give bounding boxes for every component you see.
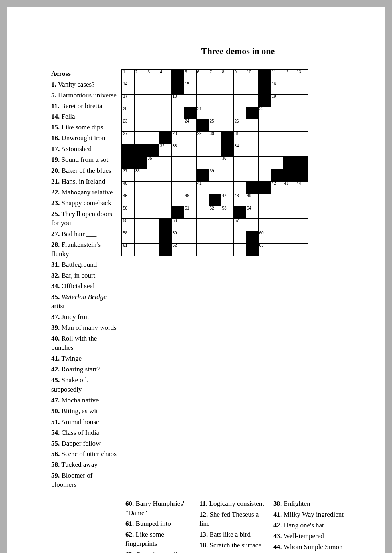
grid-cell[interactable] xyxy=(258,206,271,219)
grid-cell[interactable] xyxy=(159,206,171,219)
grid-cell[interactable] xyxy=(296,95,308,107)
grid-cell[interactable] xyxy=(171,119,184,132)
clue-item[interactable]: 13. Eats like a bird xyxy=(199,530,269,539)
grid-cell[interactable]: 40 xyxy=(122,182,134,194)
clue-item[interactable]: 44. Whom Simple Simon encountered xyxy=(273,543,344,553)
grid-cell[interactable] xyxy=(184,182,196,194)
clue-item[interactable]: 63. Groupie, usually xyxy=(125,550,195,553)
grid-cell[interactable] xyxy=(296,244,308,256)
grid-cell[interactable] xyxy=(296,82,308,95)
grid-cell[interactable]: 20 xyxy=(122,107,134,119)
grid-cell[interactable] xyxy=(196,82,209,95)
grid-cell[interactable] xyxy=(134,219,147,231)
grid-cell[interactable]: 45 xyxy=(122,194,134,206)
grid-cell[interactable] xyxy=(221,231,233,244)
grid-cell[interactable]: 6 xyxy=(196,70,209,82)
grid-cell[interactable] xyxy=(134,107,147,119)
grid-cell[interactable] xyxy=(233,107,246,119)
grid-cell[interactable] xyxy=(296,194,308,206)
grid-cell[interactable]: 36 xyxy=(221,157,233,169)
grid-cell[interactable] xyxy=(258,219,271,231)
grid-cell[interactable] xyxy=(246,169,258,182)
clue-item[interactable]: 51. Animal house xyxy=(51,418,117,427)
grid-cell[interactable] xyxy=(246,157,258,169)
clue-item[interactable]: 55. Dapper fellow xyxy=(51,439,117,448)
grid-cell[interactable] xyxy=(134,119,147,132)
grid-cell[interactable] xyxy=(283,244,296,256)
clue-item[interactable]: 56. Scene of utter chaos xyxy=(51,450,117,459)
grid-cell[interactable]: 8 xyxy=(221,70,233,82)
clue-item[interactable]: 28. Frankenstein's flunky xyxy=(51,240,117,259)
grid-cell[interactable]: 59 xyxy=(171,231,184,244)
grid-cell[interactable] xyxy=(221,107,233,119)
clue-item[interactable]: 31. Battleground xyxy=(51,260,117,270)
grid-cell[interactable] xyxy=(283,219,296,231)
grid-cell[interactable] xyxy=(246,219,258,231)
clue-item[interactable]: 5. Harmonious universe xyxy=(51,91,117,100)
grid-cell[interactable] xyxy=(271,194,283,206)
grid-cell[interactable] xyxy=(221,119,233,132)
grid-cell[interactable] xyxy=(147,132,159,144)
grid-cell[interactable]: 37 xyxy=(122,169,134,182)
crossword-grid[interactable]: 1234567891011121314151617181920212223242… xyxy=(121,69,308,492)
grid-cell[interactable] xyxy=(134,182,147,194)
clue-item[interactable]: 42. Roaring start? xyxy=(51,365,117,374)
clue-item[interactable]: 38. Enlighten xyxy=(273,499,344,509)
clue-item[interactable]: 16. Unwrought iron xyxy=(51,134,117,143)
clue-item[interactable]: 60. Barry Humphries' "Dame" xyxy=(125,499,195,518)
grid-cell[interactable] xyxy=(271,244,283,256)
grid-cell[interactable] xyxy=(296,107,308,119)
grid-cell[interactable] xyxy=(184,144,196,157)
grid-cell[interactable]: 38 xyxy=(134,169,147,182)
grid-cell[interactable] xyxy=(221,82,233,95)
clue-item[interactable]: 23. Snappy comeback xyxy=(51,199,117,208)
grid-cell[interactable] xyxy=(159,182,171,194)
grid-cell[interactable] xyxy=(147,231,159,244)
grid-cell[interactable] xyxy=(184,219,196,231)
grid-cell[interactable]: 31 xyxy=(233,132,246,144)
grid-cell[interactable] xyxy=(184,244,196,256)
clue-item[interactable]: 12. She fed Theseus a line xyxy=(199,510,269,529)
grid-cell[interactable] xyxy=(184,231,196,244)
clue-item[interactable]: 11. Beret or biretta xyxy=(51,102,117,111)
clue-item[interactable]: 1. Vanity cases? xyxy=(51,80,117,89)
grid-cell[interactable] xyxy=(271,144,283,157)
grid-cell[interactable] xyxy=(296,132,308,144)
clue-item[interactable]: 32. Bar, in court xyxy=(51,271,117,281)
grid-cell[interactable] xyxy=(283,144,296,157)
grid-cell[interactable] xyxy=(258,194,271,206)
grid-cell[interactable] xyxy=(258,169,271,182)
grid-cell[interactable] xyxy=(296,206,308,219)
grid-cell[interactable]: 16 xyxy=(271,82,283,95)
clue-item[interactable]: 15. Like some dips xyxy=(51,123,117,132)
clue-item[interactable]: 40. Roll with the punches xyxy=(51,334,117,353)
grid-cell[interactable] xyxy=(134,132,147,144)
grid-cell[interactable] xyxy=(159,95,171,107)
grid-cell[interactable]: 47 xyxy=(221,194,233,206)
grid-cell[interactable]: 63 xyxy=(258,244,271,256)
grid-cell[interactable] xyxy=(209,219,221,231)
grid-cell[interactable]: 9 xyxy=(233,70,246,82)
grid-cell[interactable] xyxy=(296,219,308,231)
grid-cell[interactable] xyxy=(147,107,159,119)
grid-cell[interactable] xyxy=(233,244,246,256)
grid-cell[interactable] xyxy=(159,157,171,169)
clue-item[interactable]: 25. They'll open doors for you xyxy=(51,210,117,228)
grid-cell[interactable] xyxy=(147,119,159,132)
grid-cell[interactable] xyxy=(134,244,147,256)
grid-cell[interactable] xyxy=(296,231,308,244)
clue-item[interactable]: 42. Hang one's hat xyxy=(273,521,344,530)
grid-cell[interactable] xyxy=(147,169,159,182)
grid-cell[interactable]: 15 xyxy=(184,82,196,95)
grid-cell[interactable] xyxy=(246,144,258,157)
grid-cell[interactable] xyxy=(171,169,184,182)
grid-cell[interactable] xyxy=(209,231,221,244)
grid-cell[interactable] xyxy=(209,244,221,256)
grid-cell[interactable] xyxy=(246,119,258,132)
grid-cell[interactable] xyxy=(209,82,221,95)
grid-cell[interactable] xyxy=(147,82,159,95)
clue-item[interactable]: 18. Scratch the surface xyxy=(199,541,269,550)
clue-item[interactable]: 41. Milky Way ingredient xyxy=(273,510,344,519)
grid-cell[interactable] xyxy=(147,206,159,219)
grid-cell[interactable] xyxy=(171,157,184,169)
